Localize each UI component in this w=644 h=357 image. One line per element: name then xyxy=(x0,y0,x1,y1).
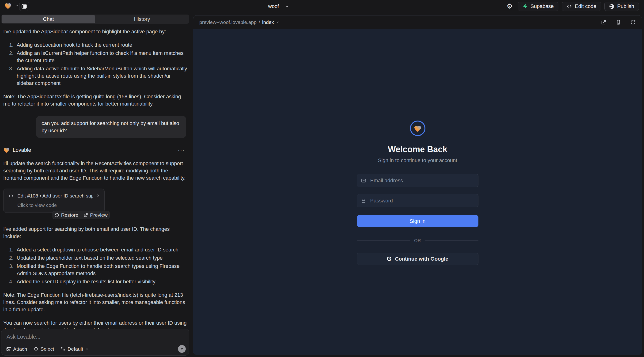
assistant-numbered-list: Adding useLocation hook to track the cur… xyxy=(3,41,187,87)
edit-card-subtitle: Click to view code xyxy=(17,202,100,209)
chevron-down-icon xyxy=(15,4,19,8)
lovable-heart-logo-icon xyxy=(4,2,12,9)
list-item: Adding data-active attribute to SidebarM… xyxy=(17,65,187,87)
chat-history-tabs: Chat History xyxy=(1,14,189,24)
publish-button-label: Publish xyxy=(617,3,634,10)
arrow-up-icon xyxy=(180,347,184,351)
preview-url-host: preview--woof.lovable.app xyxy=(199,20,256,25)
divider-line xyxy=(357,240,410,241)
refresh-button[interactable] xyxy=(630,20,636,25)
chat-composer: Attach Select Default xyxy=(1,329,189,356)
signin-form: Sign in OR G Continue with Google xyxy=(357,174,478,265)
settings-button[interactable]: ⚙ xyxy=(505,2,514,11)
tab-chat[interactable]: Chat xyxy=(2,15,95,23)
edit-version-card[interactable]: Edit #108 • Add user ID search supp... C… xyxy=(3,188,104,213)
assistant-numbered-list: Added a select dropdown to choose betwee… xyxy=(3,246,187,285)
select-target-icon xyxy=(34,346,38,351)
external-link-icon xyxy=(84,213,88,218)
preview-button-label: Preview xyxy=(90,212,108,218)
assistant-note: Note: The Edge Function file (fetch-fire… xyxy=(3,291,187,313)
edit-card-header: Edit #108 • Add user ID search supp... xyxy=(8,192,100,200)
list-item: Adding useLocation hook to track the cur… xyxy=(17,41,187,48)
sign-in-button[interactable]: Sign in xyxy=(357,215,478,227)
sender-name: Lovable xyxy=(13,146,31,154)
assistant-sender-row: Lovable ··· xyxy=(3,146,187,154)
composer-toolbar: Attach Select Default xyxy=(6,345,186,353)
list-item: Adding an isCurrentPath helper function … xyxy=(17,50,187,64)
google-sign-in-label: Continue with Google xyxy=(395,256,448,262)
list-item: Added a select dropdown to choose betwee… xyxy=(17,246,187,253)
preview-url-selector[interactable]: preview--woof.lovable.app / index xyxy=(199,20,280,25)
email-field[interactable] xyxy=(357,174,478,187)
send-button[interactable] xyxy=(178,345,186,353)
lovable-heart-icon xyxy=(3,147,10,153)
select-button[interactable]: Select xyxy=(34,346,54,352)
list-item: Modified the Edge Function to handle bot… xyxy=(17,262,187,277)
preview-button[interactable]: Preview xyxy=(84,212,108,218)
globe-icon xyxy=(609,4,614,9)
list-item: Added the user ID display in the results… xyxy=(17,278,187,285)
chevron-down-icon xyxy=(85,347,89,351)
password-field-wrapper xyxy=(357,194,478,207)
sliders-icon xyxy=(60,346,66,351)
message-menu-button[interactable]: ··· xyxy=(178,146,185,154)
gear-icon: ⚙ xyxy=(506,3,512,10)
top-bar: woof ⚙ Supabase Edit code Publish xyxy=(0,0,644,13)
mode-selector[interactable]: Default xyxy=(60,346,89,352)
open-in-new-tab-button[interactable] xyxy=(601,20,606,25)
attach-button[interactable]: Attach xyxy=(6,346,27,352)
mode-selector-label: Default xyxy=(68,346,83,352)
preview-app-viewport: Welcome Back Sign in to continue to your… xyxy=(193,29,642,355)
restore-button[interactable]: Restore xyxy=(54,212,78,218)
tab-chat-label: Chat xyxy=(43,16,54,22)
google-sign-in-button[interactable]: G Continue with Google xyxy=(357,252,478,265)
chevron-down-icon xyxy=(285,4,289,8)
chat-messages: I've updated the AppSidebar component to… xyxy=(0,24,190,329)
supabase-button-label: Supabase xyxy=(530,3,554,10)
divider-line xyxy=(425,240,478,241)
preview-panel: preview--woof.lovable.app / index xyxy=(193,15,642,355)
signin-card: Welcome Back Sign in to continue to your… xyxy=(357,120,478,265)
lock-icon xyxy=(361,198,366,203)
tab-history[interactable]: History xyxy=(95,15,189,23)
mobile-phone-icon xyxy=(616,20,621,25)
divider-label: OR xyxy=(414,238,421,243)
or-divider: OR xyxy=(357,238,478,243)
page-title: Welcome Back xyxy=(388,144,447,154)
assistant-paragraph: I've added support for searching by both… xyxy=(3,226,187,240)
chevron-down-icon xyxy=(276,20,280,24)
assistant-paragraph: I'll update the search functionality in … xyxy=(3,160,187,182)
app-logo xyxy=(410,120,426,136)
publish-button[interactable]: Publish xyxy=(604,2,639,11)
project-switcher[interactable]: woof xyxy=(268,0,289,13)
chat-panel: Chat History I've updated the AppSidebar… xyxy=(0,13,190,357)
lovable-logo-menu[interactable] xyxy=(4,2,19,9)
restore-icon xyxy=(54,213,59,218)
refresh-icon xyxy=(630,20,636,25)
edit-code-button-label: Edit code xyxy=(575,3,596,10)
mobile-view-button[interactable] xyxy=(616,20,621,25)
chevron-right-icon xyxy=(96,194,100,198)
sign-in-button-label: Sign in xyxy=(410,218,426,224)
list-item: Updated the placeholder text based on th… xyxy=(17,254,187,262)
preview-header: preview--woof.lovable.app / index xyxy=(193,16,642,29)
edit-code-button[interactable]: Edit code xyxy=(562,2,601,11)
supabase-bolt-icon xyxy=(522,4,528,9)
assistant-note: Note: The AppSidebar.tsx file is getting… xyxy=(3,93,187,108)
project-name: woof xyxy=(268,3,279,10)
tab-history-label: History xyxy=(134,16,150,22)
supabase-button[interactable]: Supabase xyxy=(518,2,558,11)
select-button-label: Select xyxy=(40,346,54,352)
assistant-paragraph: You can now search for users by either t… xyxy=(3,319,187,329)
attach-image-icon xyxy=(6,346,11,351)
envelope-icon xyxy=(361,178,366,183)
password-field[interactable] xyxy=(357,194,478,207)
assistant-paragraph: I've updated the AppSidebar component to… xyxy=(3,28,187,35)
user-message-text: can you add support for searching not on… xyxy=(42,120,179,134)
version-actions-bar: Restore Preview xyxy=(52,211,110,219)
topbar-actions: ⚙ Supabase Edit code Publish xyxy=(505,2,639,11)
sidebar-panel-icon xyxy=(22,4,27,9)
external-link-icon xyxy=(601,20,606,25)
preview-url-page: index xyxy=(262,20,274,25)
sidebar-toggle-button[interactable] xyxy=(19,2,29,11)
